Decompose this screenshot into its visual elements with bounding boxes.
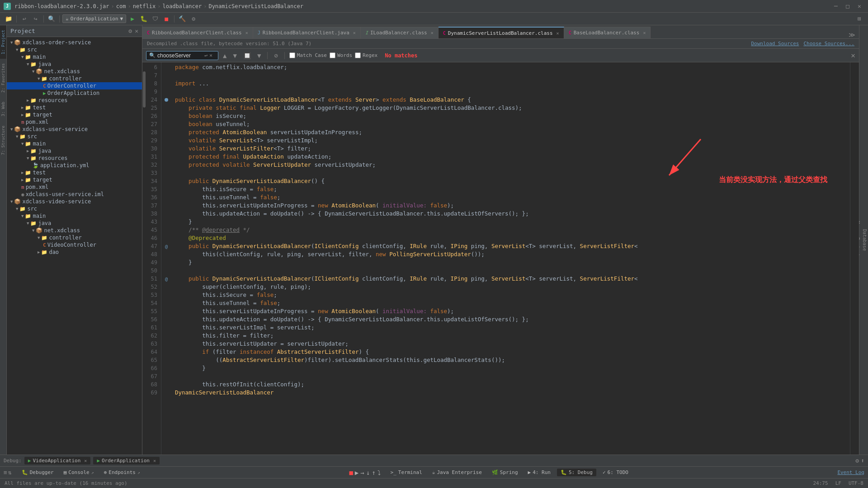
tool-terminal[interactable]: >_ Terminal (387, 469, 426, 476)
tool-debugger[interactable]: 🐛 Debugger (18, 469, 57, 476)
tree-item[interactable]: ▼ 📁 java (7, 61, 142, 68)
tool-todo[interactable]: ✓ 6: TODO (599, 469, 632, 476)
tool-spring[interactable]: 🌿 Spring (488, 469, 522, 476)
tree-item-yml[interactable]: 🍃 application.yml (7, 162, 142, 169)
app-selector[interactable]: ☕ OrderApplication ▼ (62, 14, 126, 23)
search-match-button[interactable]: 🔲 (241, 51, 253, 60)
tree-item[interactable]: ▼ 📦 xdclass-user-service (7, 126, 142, 133)
code-content[interactable]: package com.netflix.loadbalancer; import… (171, 62, 850, 455)
stop-button[interactable]: ■ (161, 14, 171, 24)
search-filter-button[interactable]: ▼ (255, 51, 263, 60)
stop-debug-icon[interactable]: ■ (349, 469, 353, 476)
search-prev-button[interactable]: ▲ (221, 51, 228, 60)
tree-item[interactable]: ▶ 📁 java (7, 147, 142, 155)
tree-item[interactable]: ▶ 📁 test (7, 104, 142, 111)
download-sources-link[interactable]: Download Sources (751, 41, 799, 47)
search-button[interactable]: 🔍 (47, 14, 57, 24)
tree-item[interactable]: ▶ 📁 target (7, 111, 142, 118)
tab-dynamicserverlb[interactable]: C DynamicServerListLoadBalancer.class ✕ (439, 27, 564, 38)
tool-endpoints[interactable]: ⊕ Endpoints ↗ (100, 469, 144, 476)
editor-scrollbar[interactable] (850, 62, 859, 455)
choose-sources-link[interactable]: Choose Sources... (803, 41, 854, 47)
debug-app-orderapplication[interactable]: ▶ OrderApplication ✕ (93, 457, 160, 465)
tree-item[interactable]: ▼ 📁 java (7, 220, 142, 227)
words-checkbox[interactable] (330, 52, 335, 58)
tree-item[interactable]: ▼ 📁 src (7, 133, 142, 140)
tree-item[interactable]: ▼ 📦 net.xdclass (7, 227, 142, 234)
tree-item[interactable]: ▶ 📁 resources (7, 97, 142, 104)
tab-overflow-button[interactable]: ≫ (845, 31, 859, 38)
debug-expand-icon[interactable]: ⬆ (861, 457, 864, 464)
tab-close-button[interactable]: ✕ (643, 30, 646, 35)
label-web[interactable]: 3: Web (0, 97, 6, 121)
tree-item[interactable]: ▼ 📁 controller (7, 75, 142, 82)
tab-ribbonclient-class[interactable]: C RibbonLoadBalancerClient.class ✕ (142, 27, 253, 38)
tree-item-dao[interactable]: ▶ 📁 dao (7, 249, 142, 256)
tab-close-button[interactable]: ✕ (245, 30, 248, 35)
match-case-option[interactable]: Match Case (289, 52, 327, 58)
maximize-button[interactable]: □ (843, 1, 853, 11)
tree-item-videocontroller[interactable]: C VideoController (7, 241, 142, 249)
tab-close-button[interactable]: ✕ (557, 31, 559, 36)
regex-checkbox[interactable] (355, 52, 361, 58)
label-structure[interactable]: 7: Structure (0, 121, 6, 160)
tree-item[interactable]: ▼ 📁 resources (7, 155, 142, 162)
bottom-sort-icon[interactable]: ⇅ (8, 469, 12, 476)
tree-item[interactable]: m pom.xml (7, 183, 142, 191)
tool-debug[interactable]: 🐛 5: Debug (557, 469, 596, 476)
search-clear-button[interactable]: ✕ (209, 52, 212, 58)
debug-settings-icon[interactable]: ⚙ (855, 457, 859, 464)
debug-tab-close-2[interactable]: ✕ (153, 458, 156, 463)
resume-icon[interactable]: ▶ (355, 469, 359, 476)
tree-item[interactable]: ▶ 📁 target (7, 176, 142, 183)
line-ending[interactable]: LF (835, 480, 841, 486)
tree-item[interactable]: ◉ xdclass-user-service.iml (7, 191, 142, 198)
regex-option[interactable]: Regex (355, 52, 377, 58)
close-button[interactable]: ✕ (854, 1, 864, 11)
label-favorites[interactable]: 2: Favorites (0, 59, 6, 97)
debug-button[interactable]: 🐛 (139, 14, 149, 24)
search-input[interactable] (157, 52, 203, 59)
tree-item[interactable]: ▼ 📁 src (7, 205, 142, 212)
minimize-button[interactable]: ─ (831, 1, 841, 11)
tree-item[interactable]: ▼ 📁 src (7, 46, 142, 53)
tree-item[interactable]: ▶ 📁 test (7, 169, 142, 176)
tree-item[interactable]: ▼ 📁 controller (7, 234, 142, 241)
project-header-close[interactable]: ✕ (135, 28, 138, 34)
search-funnel-icon[interactable]: ⊘ (272, 51, 279, 60)
tool-console[interactable]: ▤ Console ↗ (60, 469, 98, 476)
tree-item[interactable]: ▼ 📦 xdclass-video-service (7, 198, 142, 205)
label-project[interactable]: 1: Project (0, 25, 6, 59)
tool-run[interactable]: ▶ 4: Run (524, 469, 554, 476)
build-button[interactable]: 🔨 (177, 14, 187, 24)
tree-item-pom[interactable]: m pom.xml (7, 118, 142, 126)
redo-button[interactable]: ↪ (31, 14, 41, 24)
step-out-icon[interactable]: ↑ (372, 469, 375, 476)
step-cursor-icon[interactable]: ⤵ (377, 469, 381, 476)
tab-close-button[interactable]: ✕ (431, 30, 434, 35)
tab-baseloadbalancer[interactable]: C BaseLoadBalancer.class ✕ (564, 27, 651, 38)
project-header-settings[interactable]: ⚙ (128, 28, 132, 34)
encoding[interactable]: UTF-8 (849, 480, 863, 486)
tool-javaee[interactable]: ☕ Java Enterprise (429, 469, 486, 476)
run-button[interactable]: ▶ (127, 14, 137, 24)
event-log-link[interactable]: Event Log (837, 469, 864, 475)
label-database[interactable]: Database (861, 225, 868, 254)
tree-item[interactable]: ▼ 📁 main (7, 140, 142, 147)
search-next-button[interactable]: ▼ (231, 51, 238, 60)
breakpoint[interactable] (165, 98, 168, 102)
layout-button[interactable]: ⊞ (854, 14, 864, 24)
debug-app-videoapplication[interactable]: ▶ VideoApplication ✕ (24, 457, 91, 465)
undo-button[interactable]: ↩ (19, 14, 29, 24)
tree-item[interactable]: ▼ 📦 net.xdclass (7, 68, 142, 75)
search-close-button[interactable]: ✕ (851, 51, 855, 60)
match-case-checkbox[interactable] (289, 52, 295, 58)
scrollbar-thumb[interactable] (143, 71, 146, 108)
tab-iloadbalancer[interactable]: I ILoadBalancer.class ✕ (361, 27, 439, 38)
tree-item-ordercontroller[interactable]: C OrderController (7, 82, 142, 89)
words-option[interactable]: Words (330, 52, 352, 58)
step-over-icon[interactable]: → (360, 469, 364, 476)
settings-button[interactable]: ⚙ (189, 14, 198, 24)
cursor-position[interactable]: 24:75 (813, 480, 828, 486)
tree-item[interactable]: ▼ 📁 main (7, 212, 142, 220)
